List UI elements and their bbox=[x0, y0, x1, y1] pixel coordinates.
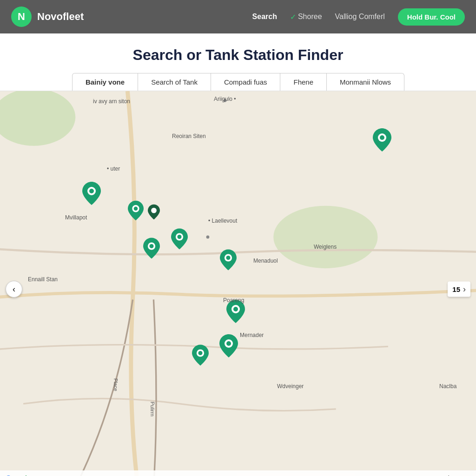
svg-point-17 bbox=[226, 256, 231, 260]
svg-point-23 bbox=[226, 341, 231, 346]
map-pin-0[interactable] bbox=[82, 182, 101, 205]
svg-point-13 bbox=[150, 244, 154, 248]
nav-logo[interactable]: N Novofleet bbox=[11, 7, 84, 27]
map-label-9: Mernader bbox=[240, 332, 264, 338]
svg-point-9 bbox=[151, 208, 157, 213]
map-label-13: Pulirrn bbox=[150, 402, 155, 416]
svg-point-21 bbox=[198, 351, 203, 355]
logo-icon: N bbox=[11, 7, 32, 27]
cta-button[interactable]: Hold Bur. Cool bbox=[398, 8, 465, 26]
map-prev-button[interactable]: ‹ bbox=[6, 281, 22, 298]
svg-point-19 bbox=[233, 307, 238, 311]
map-pin-4[interactable] bbox=[143, 238, 160, 259]
map-container[interactable]: iv avy arn siton Ariigulo • Reoiran Site… bbox=[0, 91, 476, 476]
map-pin-5[interactable] bbox=[171, 228, 188, 250]
page-header: Search or Tank Station Finder Bainiy von… bbox=[0, 33, 476, 91]
map-label-7: Weiglens bbox=[314, 244, 337, 250]
map-next-arrow: › bbox=[463, 284, 466, 294]
map-next-container[interactable]: 15 › bbox=[448, 282, 470, 297]
svg-point-2 bbox=[273, 206, 377, 269]
svg-point-15 bbox=[178, 235, 182, 239]
map-pin-6[interactable] bbox=[220, 249, 237, 271]
tabs-container: Bainiy vone Search of Tank Compadi fuas … bbox=[0, 73, 476, 91]
map-label-4: Mvillapot bbox=[65, 214, 87, 221]
map-label-6: Menaduol bbox=[253, 258, 278, 264]
map-pin-1[interactable] bbox=[128, 200, 144, 221]
map-label-11: Naclba bbox=[439, 383, 456, 390]
svg-point-8 bbox=[134, 207, 138, 211]
map-pin-8[interactable] bbox=[192, 344, 209, 366]
map-label-1: Ariigulo • bbox=[214, 96, 236, 102]
nav-links: Search ✓ Shoree Valliog Comferl Hold Bur… bbox=[252, 8, 465, 26]
map-label-12: Place bbox=[113, 378, 119, 391]
tab-0[interactable]: Bainiy vone bbox=[72, 73, 138, 91]
map-label-3: • uter bbox=[107, 165, 120, 172]
tab-2[interactable]: Compadi fuas bbox=[211, 73, 281, 91]
svg-point-11 bbox=[380, 135, 384, 140]
nav-valliog[interactable]: Valliog Comferl bbox=[335, 13, 385, 21]
map-label-14: Poareng bbox=[223, 297, 244, 304]
map-footer: Google 0.011 / 2021 Chargger Shoke tark … bbox=[0, 470, 476, 476]
map-label-10: Wdveinger bbox=[277, 383, 304, 390]
tab-3[interactable]: Fhene bbox=[280, 73, 327, 91]
navbar: N Novofleet Search ✓ Shoree Valliog Comf… bbox=[0, 0, 476, 33]
svg-point-4 bbox=[206, 236, 210, 239]
svg-rect-0 bbox=[0, 91, 476, 476]
map-label-8: Ennaill Stan bbox=[28, 276, 58, 283]
map-label-0: iv avy arn siton bbox=[93, 98, 130, 105]
nav-shoree[interactable]: ✓ Shoree bbox=[290, 13, 322, 21]
page-title: Search or Tank Station Finder bbox=[0, 46, 476, 64]
tab-4[interactable]: Monmanii Nlows bbox=[326, 73, 404, 91]
tab-1[interactable]: Search of Tank bbox=[138, 73, 211, 91]
map-pin-9[interactable] bbox=[219, 334, 238, 358]
map-pin-3[interactable] bbox=[373, 128, 391, 152]
map-label-5: • Laellevout bbox=[208, 218, 237, 224]
svg-point-6 bbox=[89, 189, 94, 193]
map-label-2: Reoiran Siten bbox=[172, 133, 206, 139]
nav-search[interactable]: Search bbox=[252, 13, 277, 21]
brand-name: Novofleet bbox=[37, 11, 84, 23]
map-pin-2[interactable] bbox=[148, 204, 160, 220]
map-page-number: 15 bbox=[452, 285, 460, 293]
